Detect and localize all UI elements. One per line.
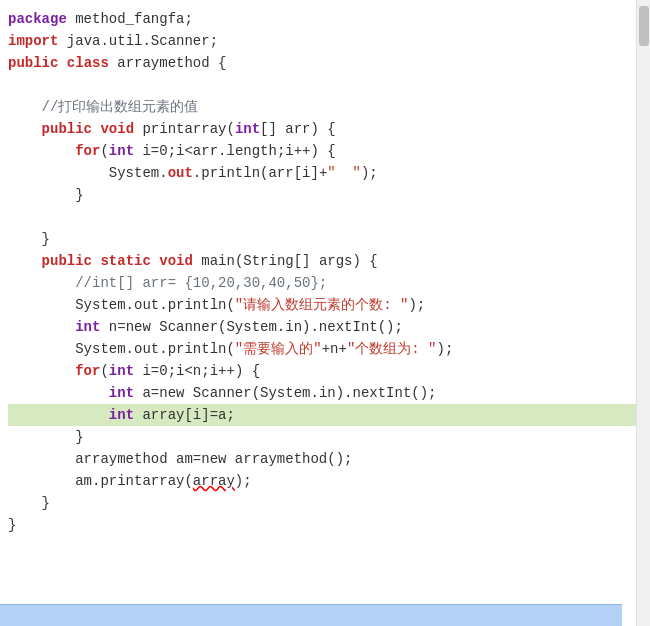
code-line: package method_fangfa; bbox=[8, 8, 636, 30]
comment: //打印输出数组元素的值 bbox=[42, 96, 199, 118]
code-line: //打印输出数组元素的值 bbox=[8, 96, 636, 118]
code-line: } bbox=[8, 228, 636, 250]
keyword: int bbox=[75, 316, 100, 338]
code-line: arraymethod am=new arraymethod(); bbox=[8, 448, 636, 470]
keyword: int bbox=[235, 118, 260, 140]
code-line: for(int i=0;i<arr.length;i++) { bbox=[8, 140, 636, 162]
code-line: } bbox=[8, 514, 636, 536]
keyword: public bbox=[42, 250, 92, 272]
string: "需要输入的" bbox=[235, 338, 322, 360]
code-line bbox=[8, 206, 636, 228]
vertical-scrollbar[interactable] bbox=[636, 0, 650, 626]
code-line: } bbox=[8, 492, 636, 514]
keyword: int bbox=[109, 404, 134, 426]
code-line: //int[] arr= {10,20,30,40,50}; bbox=[8, 272, 636, 294]
keyword: package bbox=[8, 8, 67, 30]
keyword: int bbox=[109, 140, 134, 162]
keyword: static bbox=[100, 250, 150, 272]
code-line: int n=new Scanner(System.in).nextInt(); bbox=[8, 316, 636, 338]
keyword: out bbox=[168, 162, 193, 184]
keyword: class bbox=[67, 52, 109, 74]
code-line: public static void main(String[] args) { bbox=[8, 250, 636, 272]
keyword: void bbox=[100, 118, 134, 140]
code-line: System.out.println("需要输入的"+n+"个数组为: "); bbox=[8, 338, 636, 360]
code-line: } bbox=[8, 184, 636, 206]
comment: //int[] arr= {10,20,30,40,50}; bbox=[75, 272, 327, 294]
status-bar bbox=[0, 604, 622, 626]
code-line: int a=new Scanner(System.in).nextInt(); bbox=[8, 382, 636, 404]
keyword: for bbox=[75, 140, 100, 162]
code-line: System.out.println("请输入数组元素的个数: "); bbox=[8, 294, 636, 316]
keyword: void bbox=[159, 250, 193, 272]
string: " " bbox=[327, 162, 361, 184]
keyword: import bbox=[8, 30, 58, 52]
code-line: public void printarray(int[] arr) { bbox=[8, 118, 636, 140]
code-line: am.printarray(array); bbox=[8, 470, 636, 492]
code-editor[interactable]: package method_fangfa; import java.util.… bbox=[0, 0, 636, 626]
scrollbar-thumb[interactable] bbox=[639, 6, 649, 46]
code-line bbox=[8, 74, 636, 96]
code-line: public class arraymethod { bbox=[8, 52, 636, 74]
keyword: for bbox=[75, 360, 100, 382]
keyword: public bbox=[8, 52, 58, 74]
code-line: import java.util.Scanner; bbox=[8, 30, 636, 52]
keyword: public bbox=[42, 118, 92, 140]
code-line-highlighted: int array[i]=a; bbox=[8, 404, 636, 426]
keyword: int bbox=[109, 382, 134, 404]
string: "个数组为: " bbox=[347, 338, 437, 360]
code-line: System.out.println(arr[i]+" "); bbox=[8, 162, 636, 184]
string: "请输入数组元素的个数: " bbox=[235, 294, 409, 316]
code-line: for(int i=0;i<n;i++) { bbox=[8, 360, 636, 382]
code-line: } bbox=[8, 426, 636, 448]
keyword: int bbox=[109, 360, 134, 382]
